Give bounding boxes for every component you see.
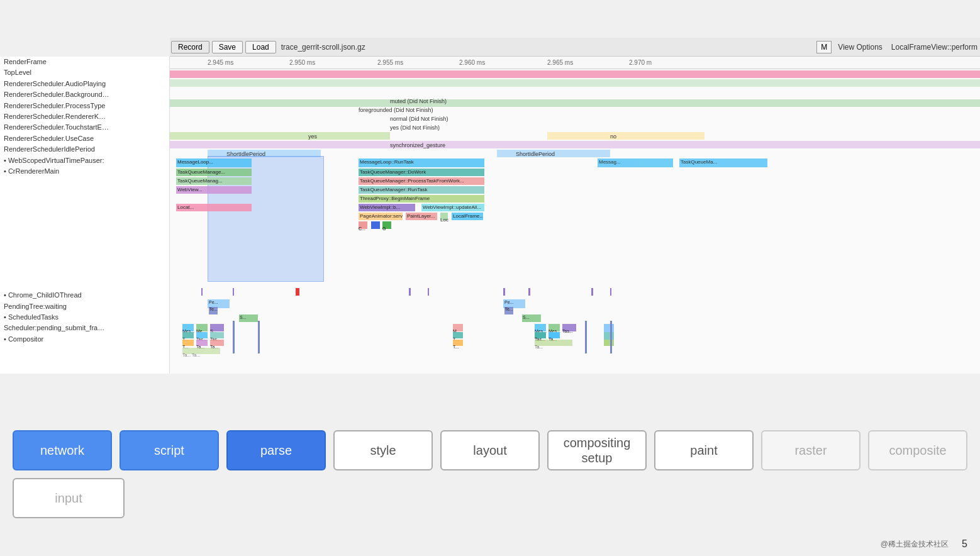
sidebar-item-renderframe: RenderFrame <box>0 57 169 67</box>
track-msgloop-r2: TaskQueueMa... <box>679 158 767 167</box>
save-button[interactable]: Save <box>212 41 243 53</box>
yes2-label: yes <box>308 133 317 140</box>
filename-label: trace_gerrit-scroll.json.gz <box>277 42 369 53</box>
io-tick-4 <box>428 288 429 296</box>
track-no <box>547 132 704 140</box>
vert-bar-1 <box>233 321 235 353</box>
pending-sub-2: Te... <box>504 307 513 314</box>
sidebar-item-pendingtree: PendingTree:waiting <box>0 301 169 312</box>
comp-mes-r2: Mes... <box>548 324 560 331</box>
sidebar-item-rendererk: RendererScheduler.RendererK… <box>0 111 169 122</box>
comp-ta-2: Ta... <box>210 340 224 346</box>
track-tqm-1: TaskQueueManage... <box>176 169 252 176</box>
ruler-tick-5: 2.970 m <box>629 59 652 66</box>
script-button[interactable]: script <box>120 430 219 470</box>
comp-t-rr2: Ta... <box>548 332 560 338</box>
comp-t-r2: T... <box>453 340 463 346</box>
comp-ta-1: Ta... <box>196 340 208 346</box>
ruler-tick-0: 2.945 ms <box>208 59 233 66</box>
track-blue-box <box>371 221 380 229</box>
comp-mes-1: Mes... <box>182 324 194 331</box>
load-button[interactable]: Load <box>245 41 276 53</box>
paint-button[interactable]: paint <box>654 430 754 470</box>
comp-m-r1: M... <box>453 324 463 331</box>
io-tick-2 <box>233 288 234 296</box>
track-webviewimpl2: WebViewImpl::updateAll... <box>421 204 484 211</box>
track-tqm-process: TaskQueueManag... <box>176 177 252 185</box>
yes-label: yes (Did Not Finish) <box>390 125 440 131</box>
input-button[interactable]: input <box>13 478 125 518</box>
io-tick-5 <box>503 288 505 296</box>
comp-row-bottom: Ta... Ta... <box>182 348 220 354</box>
short-idle-label-2: ShortIdlePeriod <box>516 151 555 157</box>
track-threadproxy: ThreadProxy::BeginMainFrame <box>359 195 484 203</box>
track-yes <box>170 132 390 140</box>
vert-bar-2 <box>258 321 260 353</box>
timeline-ruler: 2.945 ms 2.950 ms 2.955 ms 2.960 ms 2.96… <box>170 57 980 69</box>
normal-label: normal (Did Not Finish) <box>390 116 448 122</box>
s-bar-2: S... <box>522 314 541 322</box>
io-tick-8 <box>610 288 611 296</box>
network-button[interactable]: network <box>13 430 112 470</box>
sidebar-item-toplevel: TopLevel <box>0 67 169 78</box>
comp-rr1 <box>604 324 614 333</box>
sidebar-item-audioplaying: RendererScheduler.AudioPlaying <box>0 79 169 89</box>
sidebar: RenderFrame TopLevel RendererScheduler.A… <box>0 57 170 374</box>
button-row-1: network script parse style layout compos… <box>13 430 967 470</box>
sidebar-item-idleperiod: RendererSchedulerIdlePeriod <box>0 144 169 155</box>
record-button[interactable]: Record <box>171 41 209 53</box>
ruler-tick-4: 2.965 ms <box>547 59 573 66</box>
io-tick-red <box>296 288 299 296</box>
track-area[interactable]: muted (Did Not Finish) foregrounded (Did… <box>170 69 980 374</box>
sidebar-item-usecase: RendererScheduler.UseCase <box>0 133 169 144</box>
parse-button[interactable]: parse <box>226 430 326 470</box>
sidebar-item-touchstart: RendererScheduler.TouchstartE… <box>0 122 169 133</box>
ruler-tick-2: 2.955 ms <box>377 59 403 66</box>
track-msgloop-r1: Messag... <box>598 158 673 167</box>
track-c-box: C... <box>359 221 367 229</box>
track-process-task: TaskQueueManager::ProcessTaskFromWork... <box>359 177 484 185</box>
comp-tas-1: Tas... <box>196 332 208 338</box>
track-loc-small: Loc <box>440 213 448 220</box>
foregrounded-label: foregrounded (Did Not Finish) <box>359 107 433 113</box>
layout-button[interactable]: layout <box>440 430 540 470</box>
m-button[interactable]: M <box>816 41 832 53</box>
comp-t-1: T... <box>182 332 194 338</box>
ruler-tick-3: 2.960 ms <box>459 59 485 66</box>
sidebar-item-crrenderermain: CrRendererMain <box>0 166 169 177</box>
style-button[interactable]: style <box>333 430 433 470</box>
synchronized-label: synchronized_gesture <box>390 142 445 148</box>
page-number: 5 <box>962 538 967 550</box>
view-options-label: View Options <box>834 42 886 53</box>
func-name-label: LocalFrameView::perform <box>889 42 980 53</box>
comp-mes-r1: Mes... <box>535 324 546 331</box>
comp-bottom-r: Ta... <box>535 340 572 346</box>
compositing-setup-button[interactable]: compositingsetup <box>547 430 647 470</box>
raster-button[interactable]: raster <box>761 430 860 470</box>
track-localframe: LocalFrame... <box>452 213 483 220</box>
track-msgloop-2: MessageLoop::RunTask <box>359 158 484 167</box>
muted-label: muted (Did Not Finish) <box>390 98 447 104</box>
track-webview-1: WebView... <box>176 186 252 194</box>
io-tick-6 <box>528 288 530 296</box>
io-tick-1 <box>201 288 203 296</box>
composite-button[interactable]: composite <box>868 430 967 470</box>
vert-bar-4 <box>610 321 612 353</box>
track-g-box: G <box>382 221 391 229</box>
track-runtask-2: TaskQueueManager::RunTask <box>359 186 484 194</box>
sidebar-item-scheduledtasks: ScheduledTasks <box>0 312 169 323</box>
sidebar-item-scheduler-pending: Scheduler:pending_submit_fra… <box>0 323 169 333</box>
track-toplevel <box>170 79 980 87</box>
watermark: @稀土掘金技术社区 <box>881 539 949 550</box>
track-tqm-dowork: TaskQueueManager::DoWork <box>359 169 484 176</box>
track-local1: Locat... <box>176 204 252 211</box>
button-row-2: input <box>13 478 967 518</box>
comp-tas-r1: Tas... <box>562 324 576 331</box>
comp-s-1: S... <box>210 324 224 331</box>
ruler-tick-1: 2.950 ms <box>289 59 315 66</box>
sidebar-item-background: RendererScheduler.Background… <box>0 89 169 100</box>
track-pageanim: PageAnimator:serv... <box>359 213 403 220</box>
track-webviewimpl: WebViewImpl::b... <box>359 204 415 211</box>
toolbar-right: M View Options LocalFrameView::perform <box>816 41 980 53</box>
pending-sub-1: Te... <box>209 307 218 314</box>
